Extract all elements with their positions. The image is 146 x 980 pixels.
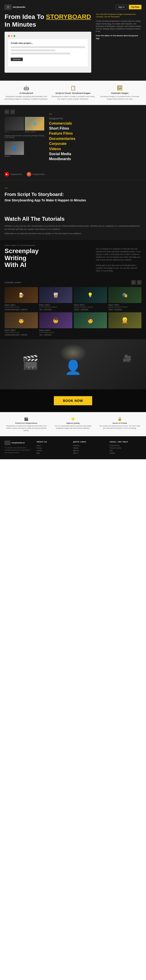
tutorials-title: Watch All The Tutorials bbox=[5, 216, 141, 222]
footer-logo-text: storyboarder.ai bbox=[11, 442, 25, 444]
designed-moodboards: Moodboards bbox=[49, 156, 141, 162]
script-dash: — bbox=[5, 186, 141, 189]
script-section: — From Script To Storyboard: One Storybo… bbox=[0, 180, 146, 212]
footer-feat-0: 🎬 Perfect For Independents Storyboarder.… bbox=[5, 417, 48, 431]
gallery-grid: 🍺 Scene 1 Shot 1 A man sitting at a bar … bbox=[5, 287, 141, 310]
showcase-caption-desc: A female character with a pale yellow pl… bbox=[5, 135, 46, 138]
tag-5-0: INT bbox=[39, 334, 43, 336]
app-mockup: Create new project... Generate bbox=[5, 32, 91, 73]
footer-feat-desc-0: Storyboarder.ai is perfect for independe… bbox=[5, 425, 48, 431]
designed-list: Commercials Short Films Feature Films Do… bbox=[49, 121, 141, 162]
footer-feat-icon-2: 🔒 bbox=[98, 417, 141, 421]
footer-link-about[interactable]: About bbox=[37, 445, 69, 446]
footer-feat-title-0: Perfect For Independents bbox=[5, 422, 48, 424]
hero-title-part3: In Minutes bbox=[5, 21, 36, 28]
designed-for: — Designed For: Commercials Short Films … bbox=[49, 110, 141, 164]
hero-side-text: Over 500,000 Storyboard Images Generated… bbox=[96, 13, 141, 18]
footer-link-support[interactable]: Support bbox=[109, 452, 141, 454]
gallery-header: Cinematic content ‹ › bbox=[5, 280, 141, 285]
showcase-prev-btn[interactable]: ← bbox=[5, 110, 9, 114]
tag-1-0: INT bbox=[39, 309, 43, 310]
footer-link-signin[interactable]: Sign In bbox=[73, 452, 105, 454]
gallery-item-subtitle-4: A man sitting at a bar bbox=[5, 331, 38, 333]
footer-link-terms[interactable]: Terms of Service bbox=[109, 447, 141, 449]
showcase-image-portrait: 👤 bbox=[5, 141, 24, 155]
generate-button[interactable]: Generate bbox=[11, 57, 23, 61]
gallery-item-1: 🥃 Scene 1 Shot 2 A man drinking in despa… bbox=[39, 287, 72, 310]
footer-link-privacy[interactable]: Privacy Policy bbox=[109, 445, 141, 446]
tutorials-section: Watch All The Tutorials Embark on your j… bbox=[0, 212, 146, 240]
tag-3-0: WIDE bbox=[108, 309, 113, 310]
footer-link-tutorial[interactable]: Tutorial bbox=[73, 447, 105, 449]
showcase-nav: ← → bbox=[5, 110, 46, 114]
gallery-item-6: 🧑 bbox=[74, 312, 107, 336]
footer-col-1: Quick Links Features Tutorial Sign Up Si… bbox=[73, 441, 105, 455]
footer-link-features[interactable]: Features bbox=[73, 445, 105, 446]
signin-button[interactable]: Sign In bbox=[116, 5, 127, 10]
feature-icon-2: 🖼️ bbox=[98, 85, 141, 91]
showcase-next-btn[interactable]: → bbox=[10, 110, 15, 114]
screenplay-left: Screenplay Writing With AI bbox=[5, 248, 91, 272]
tag-1-1: TRACKING bbox=[43, 309, 52, 310]
footer-feat-desc-2: Your projects are kept private and secur… bbox=[98, 425, 141, 430]
feature-desc-2: Storyboard images is consistent with a c… bbox=[98, 95, 141, 100]
designed-videos: Videos bbox=[49, 146, 141, 151]
gallery-item-tags-1: INT TRACKING bbox=[39, 309, 72, 310]
footer-link-signup[interactable]: Sign Up bbox=[73, 450, 105, 451]
footer-link-faq[interactable]: FAQ bbox=[109, 450, 141, 451]
feature-icon-0: 🤖 bbox=[5, 85, 48, 91]
footer-features-section: 🎬 Perfect For Independents Storyboarder.… bbox=[0, 412, 146, 436]
footer-feat-icon-1: ⭐ bbox=[51, 417, 95, 421]
footer-brand: storyboarder.ai The world's most advance… bbox=[5, 441, 32, 455]
showcase-caption-2: Scene 1 bbox=[5, 155, 24, 157]
gallery-item-subtitle-3: Lighting, tracking in dreams bbox=[108, 306, 142, 308]
screenplay-content: Screenplay Writing With AI Our screenpla… bbox=[5, 248, 141, 272]
footer-col-title-0: About Us bbox=[37, 441, 69, 443]
gallery-section: Cinematic content ‹ › 🍺 Scene 1 Shot 1 A… bbox=[0, 277, 146, 339]
gallery-item-tags-2: CLOSE TRACKING bbox=[74, 309, 107, 310]
tutorials-desc-extra: Subscribe to our channel and never miss … bbox=[5, 232, 141, 235]
footer-feat-icon-0: 🎬 bbox=[5, 417, 48, 421]
try-free-button[interactable]: Try Free bbox=[129, 5, 141, 10]
footer-col-title-1: Quick Links bbox=[73, 441, 105, 443]
book-now-button[interactable]: BOOK NOW bbox=[54, 396, 92, 405]
logo-icon: 🎬 bbox=[5, 5, 11, 10]
hero-content: From Idea To STORYBOARD In Minutes Creat… bbox=[5, 13, 141, 76]
screenplay-instructions: Simply type in your idea and our AI will… bbox=[96, 264, 141, 272]
showcase-image-dark bbox=[5, 117, 24, 130]
top-bar: 🎬 storyboarder Sign In Try Free bbox=[5, 5, 141, 10]
gallery-item-4: 👨 Scene 1 Shot 5 A man sitting at a bar … bbox=[5, 312, 38, 336]
mockup-header bbox=[8, 35, 88, 37]
producthunt-icon: P bbox=[27, 172, 31, 177]
feature-icon-1: 📋 bbox=[51, 85, 95, 91]
logo-text: storyboarder bbox=[13, 6, 26, 8]
feature-title-2: Cinematic Images bbox=[98, 92, 141, 94]
tag-5-1: TRACKING bbox=[43, 334, 52, 336]
gallery-next-btn[interactable]: › bbox=[137, 280, 141, 285]
producthunt-badge: P Product Hunt bbox=[27, 172, 45, 177]
gallery-thumb-1: 🥃 bbox=[39, 287, 72, 303]
gallery-person-5: 👦 bbox=[39, 312, 72, 328]
behind-bg: 🎬 👤 🎥 bbox=[0, 339, 146, 389]
footer-link-contact[interactable]: Contact bbox=[37, 450, 69, 451]
hero-left: From Idea To STORYBOARD In Minutes Creat… bbox=[5, 13, 91, 76]
gallery-item-title-2: Scene 1 Shot 3 bbox=[74, 304, 107, 306]
footer-logo-icon bbox=[5, 441, 10, 445]
gallery-item-subtitle-2: Lighting, tracking in dreams bbox=[74, 306, 107, 308]
from-the-maker: From The Maker Of The World's Best Story… bbox=[96, 34, 141, 40]
gallery-item-title-5: Scene 1 Shot 6 bbox=[39, 329, 72, 331]
footer-link-pricing[interactable]: Pricing bbox=[37, 447, 69, 449]
showcase-images: ← → Scene 🐦 Scene 1 Shot 1 A female char… bbox=[5, 110, 46, 164]
gallery-prev-btn[interactable]: ‹ bbox=[131, 280, 136, 285]
hero-title-highlight: STORYBOARD bbox=[46, 13, 91, 20]
showcase-section: ← → Scene 🐦 Scene 1 Shot 1 A female char… bbox=[0, 105, 146, 169]
screenplay-title: Screenplay Writing With AI bbox=[5, 248, 91, 269]
footer-link-blog[interactable]: Blog bbox=[37, 452, 69, 454]
behind-silhouette-3: 🎥 bbox=[123, 354, 132, 362]
gallery-item-title-1: Scene 1 Shot 2 bbox=[39, 304, 72, 306]
showcase-img-row-2: 👤 Scene 1 bbox=[5, 141, 46, 157]
behind-silhouette-1: 🎬 bbox=[22, 354, 39, 371]
showcase-img-row-1: Scene 🐦 Scene 1 Shot 1 bbox=[5, 117, 46, 132]
footer-col-0: About Us About Pricing Contact Blog bbox=[37, 441, 69, 455]
producthunt-text: Product Hunt bbox=[33, 173, 45, 175]
